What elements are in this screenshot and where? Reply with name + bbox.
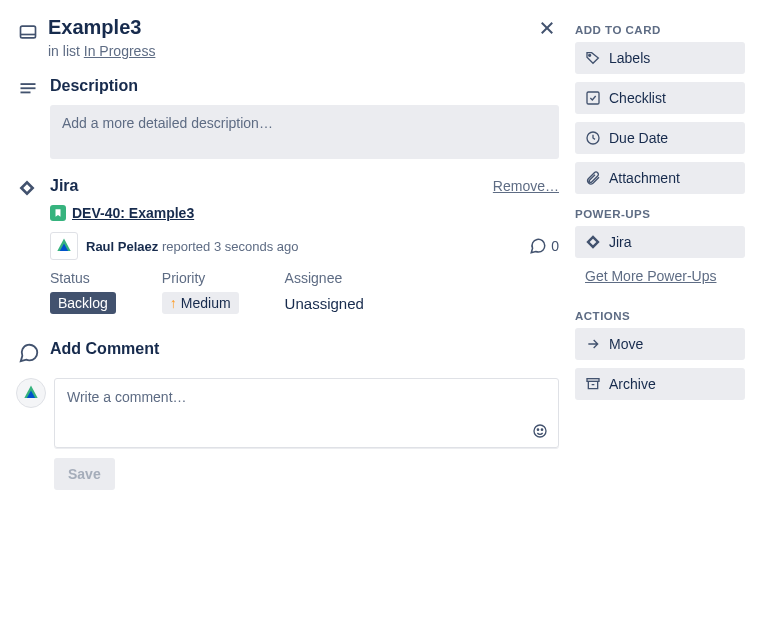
comment-input[interactable]: Write a comment… xyxy=(54,378,559,448)
priority-label: Priority xyxy=(162,270,239,286)
svg-point-9 xyxy=(541,429,542,430)
arrow-right-icon xyxy=(585,336,601,352)
description-heading: Description xyxy=(50,77,559,95)
archive-icon xyxy=(585,376,601,392)
list-link[interactable]: In Progress xyxy=(84,43,156,59)
comment-heading: Add Comment xyxy=(50,340,559,358)
jira-issue-link[interactable]: DEV-40: Example3 xyxy=(50,205,194,221)
powerups-heading: Power-Ups xyxy=(575,208,745,220)
jira-comment-count[interactable]: 0 xyxy=(529,237,559,255)
description-icon xyxy=(18,77,50,159)
reporter-avatar xyxy=(50,232,78,260)
assignee-label: Assignee xyxy=(285,270,364,286)
close-icon xyxy=(538,19,556,37)
svg-point-10 xyxy=(589,54,591,56)
actions-heading: Actions xyxy=(575,310,745,322)
priority-arrow-icon: ↑ xyxy=(170,295,177,311)
move-button[interactable]: Move xyxy=(575,328,745,360)
jira-icon xyxy=(18,177,50,314)
jira-issue-key[interactable]: DEV-40: Example3 xyxy=(72,205,194,221)
jira-remove-link[interactable]: Remove… xyxy=(493,178,559,194)
jira-powerup-button[interactable]: Jira xyxy=(575,226,745,258)
clock-icon xyxy=(585,130,601,146)
svg-rect-5 xyxy=(21,87,36,89)
description-section: Description Add a more detailed descript… xyxy=(18,77,559,159)
checklist-icon xyxy=(585,90,601,106)
priority-badge[interactable]: ↑Medium xyxy=(162,292,239,314)
jira-heading: Jira xyxy=(50,177,493,195)
comment-section: Add Comment xyxy=(18,340,559,368)
svg-rect-6 xyxy=(21,92,31,94)
card-title[interactable]: Example3 xyxy=(48,16,535,39)
jira-powerup-icon xyxy=(585,234,601,250)
svg-rect-11 xyxy=(587,92,599,104)
user-avatar xyxy=(16,378,46,408)
close-button[interactable] xyxy=(535,16,559,40)
svg-point-7 xyxy=(534,425,546,437)
status-label: Status xyxy=(50,270,116,286)
card-header: Example3 in list In Progress xyxy=(18,16,559,59)
attachment-icon xyxy=(585,170,601,186)
get-more-powerups-link[interactable]: Get More Power-Ups xyxy=(585,268,716,284)
description-input[interactable]: Add a more detailed description… xyxy=(50,105,559,159)
list-location: in list In Progress xyxy=(48,43,535,59)
emoji-icon[interactable] xyxy=(532,423,548,439)
jira-section: Jira Remove… DEV-40: Example3 Raul Pelae… xyxy=(18,177,559,314)
due-date-button[interactable]: Due Date xyxy=(575,122,745,154)
comment-icon xyxy=(529,237,547,255)
add-to-card-heading: Add to card xyxy=(575,24,745,36)
archive-button[interactable]: Archive xyxy=(575,368,745,400)
story-icon xyxy=(50,205,66,221)
label-icon xyxy=(585,50,601,66)
status-badge[interactable]: Backlog xyxy=(50,292,116,314)
comment-section-icon xyxy=(18,340,50,368)
svg-rect-0 xyxy=(21,26,36,38)
svg-point-8 xyxy=(537,429,538,430)
svg-rect-13 xyxy=(587,379,599,382)
reporter-text: Raul Pelaez reported 3 seconds ago xyxy=(86,239,298,254)
svg-rect-4 xyxy=(21,83,36,85)
attachment-button[interactable]: Attachment xyxy=(575,162,745,194)
sidebar: Add to card Labels Checklist Due Date At… xyxy=(575,16,745,490)
save-button[interactable]: Save xyxy=(54,458,115,490)
checklist-button[interactable]: Checklist xyxy=(575,82,745,114)
labels-button[interactable]: Labels xyxy=(575,42,745,74)
assignee-value[interactable]: Unassigned xyxy=(285,292,364,312)
card-icon xyxy=(18,16,48,42)
